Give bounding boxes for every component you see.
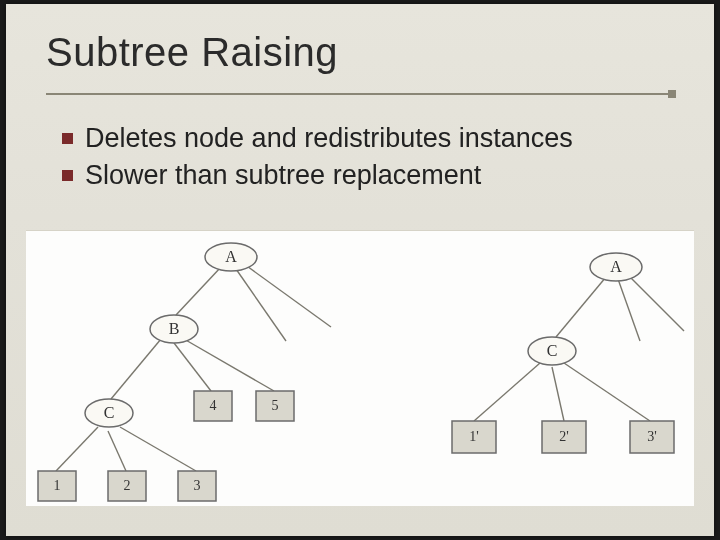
- node-b: B: [169, 320, 180, 337]
- svg-line-7: [108, 431, 126, 471]
- svg-line-20: [474, 363, 540, 421]
- node-c: C: [104, 404, 115, 421]
- bullet-text: Slower than subtree replacement: [85, 158, 481, 193]
- svg-line-5: [184, 339, 274, 391]
- slide-title: Subtree Raising: [46, 30, 674, 75]
- svg-line-1: [236, 269, 286, 341]
- leaf-3: 3: [194, 478, 201, 493]
- svg-line-17: [556, 277, 606, 337]
- bullet-list: Deletes node and redistributes instances…: [6, 95, 714, 192]
- leaf-1: 1: [54, 478, 61, 493]
- svg-line-22: [564, 363, 650, 421]
- svg-line-4: [174, 343, 211, 391]
- node-a: A: [225, 248, 237, 265]
- node-a: A: [610, 258, 622, 275]
- right-tree: A C 1' 2' 3': [426, 241, 694, 501]
- leaf-4: 4: [210, 398, 217, 413]
- svg-line-2: [244, 264, 331, 327]
- svg-line-3: [111, 339, 161, 399]
- leaf-5: 5: [272, 398, 279, 413]
- title-underline: [46, 93, 674, 95]
- svg-line-21: [552, 367, 564, 421]
- bullet-square-icon: [62, 170, 73, 181]
- bullet-square-icon: [62, 133, 73, 144]
- leaf-1p: 1': [469, 429, 479, 444]
- svg-line-6: [56, 427, 98, 471]
- left-tree: A B C 4 5 1 2 3: [26, 231, 406, 506]
- bullet-item: Slower than subtree replacement: [62, 158, 668, 193]
- leaf-2p: 2': [559, 429, 569, 444]
- svg-line-8: [120, 427, 196, 471]
- slide: Subtree Raising Deletes node and redistr…: [6, 4, 714, 536]
- svg-line-18: [618, 279, 640, 341]
- bullet-text: Deletes node and redistributes instances: [85, 121, 573, 156]
- svg-line-0: [176, 267, 221, 315]
- diagram-area: A B C 4 5 1 2 3: [26, 230, 694, 506]
- bullet-item: Deletes node and redistributes instances: [62, 121, 668, 156]
- node-c: C: [547, 342, 558, 359]
- title-area: Subtree Raising: [6, 4, 714, 85]
- svg-line-19: [628, 275, 684, 331]
- leaf-2: 2: [124, 478, 131, 493]
- leaf-3p: 3': [647, 429, 657, 444]
